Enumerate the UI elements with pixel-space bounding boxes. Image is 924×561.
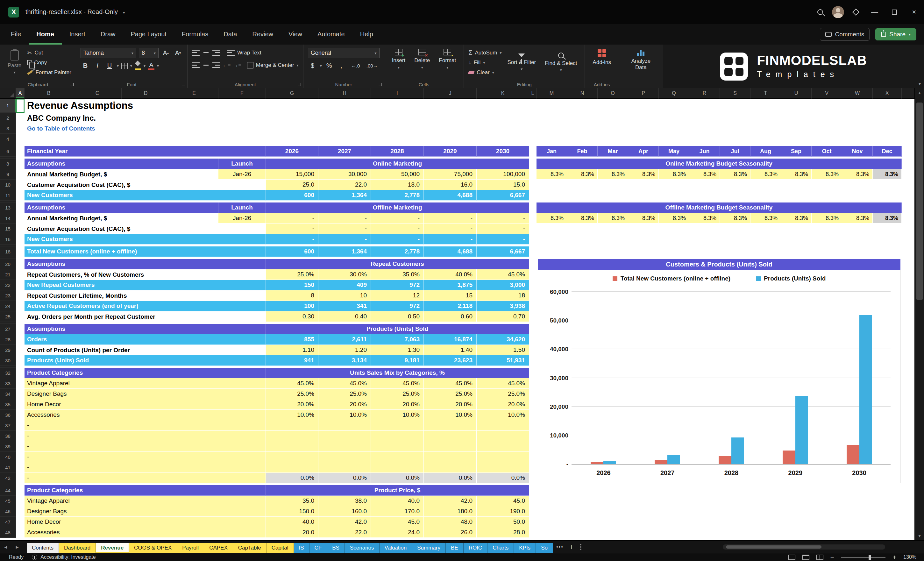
sheet-tab-summary[interactable]: Summary — [412, 543, 446, 553]
column-header-E[interactable]: E — [170, 88, 218, 99]
cell-value[interactable]: 1.50 — [477, 345, 529, 356]
cell[interactable] — [16, 334, 24, 345]
row-number[interactable]: 38 — [0, 431, 16, 441]
season-cell[interactable]: 8.3% — [567, 213, 598, 224]
cell-label[interactable]: New Customers — [24, 190, 266, 201]
format-painter-button[interactable]: Format Painter — [27, 68, 71, 77]
sheet-tab-scenarios[interactable]: Scenarios — [345, 543, 380, 553]
cell-value[interactable] — [371, 420, 424, 431]
chart-bar[interactable] — [783, 450, 795, 464]
row-number[interactable]: 2 — [0, 113, 16, 123]
month-header[interactable]: Jul — [720, 146, 750, 157]
section-title[interactable]: Repeat Customers — [266, 259, 529, 269]
section-title[interactable]: Products (Units) Sold — [266, 324, 529, 334]
cell-label[interactable]: - — [24, 473, 266, 483]
horizontal-scrollbar[interactable] — [723, 544, 885, 549]
cell-value[interactable]: 6,667 — [477, 246, 529, 257]
sheet-tab-be[interactable]: BE — [446, 543, 464, 553]
increase-indent-icon[interactable]: →≡ — [233, 62, 241, 68]
font-size-combobox[interactable]: 8 ▾ — [139, 48, 159, 58]
cell[interactable] — [16, 517, 24, 527]
cell[interactable] — [16, 169, 24, 180]
cell-value[interactable]: 150.0 — [266, 506, 318, 517]
percent-format-button[interactable]: % — [324, 61, 334, 70]
cell-value[interactable]: 2,118 — [424, 301, 477, 311]
cell-value[interactable]: 26.0 — [424, 527, 477, 538]
sheet-tab-contents[interactable]: Contents — [27, 543, 59, 553]
month-header[interactable]: Mar — [598, 146, 628, 157]
more-sheets-button[interactable]: ••• — [556, 544, 564, 550]
season-cell[interactable]: 8.3% — [537, 213, 567, 224]
sheet-tab-dashboard[interactable]: Dashboard — [59, 543, 96, 553]
cell-value[interactable] — [266, 420, 318, 431]
cell[interactable] — [16, 378, 24, 389]
cell-value[interactable]: - — [318, 224, 371, 234]
row-number[interactable]: 21 — [0, 269, 16, 280]
column-header-C[interactable]: C — [73, 88, 122, 99]
toc-link[interactable]: Go to Table of Contents — [24, 123, 915, 134]
decrease-decimal-button[interactable]: .00→ — [365, 61, 379, 70]
cell-value[interactable]: 2,778 — [371, 246, 424, 257]
launch-header[interactable]: Launch — [218, 202, 266, 213]
season-cell[interactable]: 8.3% — [781, 213, 812, 224]
vertical-scroll-thumb[interactable] — [916, 102, 923, 300]
cell-value[interactable]: 45.0 — [371, 517, 424, 527]
sheet-tab-so[interactable]: So — [536, 543, 553, 553]
section-header[interactable]: Product Categories — [24, 368, 266, 378]
embedded-chart[interactable]: Customers & Products (Units) SoldTotal N… — [538, 259, 900, 483]
month-header[interactable]: Apr — [628, 146, 659, 157]
cell-label[interactable]: Orders — [24, 334, 266, 345]
cell[interactable] — [16, 420, 24, 431]
cell-label[interactable]: Active Repeat Customers (end of year) — [24, 301, 266, 311]
cell-value[interactable]: 1,875 — [424, 280, 477, 290]
season-cell[interactable]: 8.3% — [720, 213, 750, 224]
season-cell[interactable]: 8.3% — [628, 213, 659, 224]
cell-value[interactable]: 10.0% — [266, 410, 318, 420]
column-header-D[interactable]: D — [122, 88, 170, 99]
cell-value[interactable]: - — [477, 234, 529, 244]
month-header[interactable]: Jan — [537, 146, 567, 157]
menu-tab-formulas[interactable]: Formulas — [174, 24, 216, 45]
cell[interactable] — [16, 123, 24, 134]
cell-value[interactable]: 40.0 — [371, 496, 424, 506]
cell-value[interactable]: 34,620 — [477, 334, 529, 345]
row-number[interactable]: 29 — [0, 345, 16, 356]
cell-value[interactable]: 25.0% — [477, 389, 529, 399]
section-header[interactable]: Assumptions — [24, 159, 218, 169]
cell-value[interactable]: 45.0% — [266, 378, 318, 389]
cell-label[interactable]: - — [24, 441, 266, 452]
column-header-S[interactable]: S — [720, 88, 750, 99]
column-header-V[interactable]: V — [812, 88, 842, 99]
cell-value[interactable]: 35.0% — [371, 269, 424, 280]
section-header[interactable]: Assumptions — [24, 324, 266, 334]
season-cell[interactable]: 8.3% — [659, 169, 689, 180]
cell[interactable] — [16, 99, 24, 113]
cell-label[interactable]: Vintage Apparel — [24, 496, 266, 506]
cell-value[interactable]: 9,181 — [371, 356, 424, 366]
cell-value[interactable] — [477, 452, 529, 462]
format-cells-button[interactable]: ▪ Format ▾ — [436, 48, 459, 71]
align-center-icon[interactable] — [202, 64, 210, 66]
cell-value[interactable]: 45.0% — [477, 378, 529, 389]
cell-label[interactable]: Avg. Orders per Month per Repeat Custome… — [24, 311, 266, 322]
row-number[interactable]: 20 — [0, 259, 16, 269]
chart-bar[interactable] — [668, 455, 680, 464]
cell-value[interactable]: 16.0 — [424, 180, 477, 190]
cell[interactable] — [16, 234, 24, 244]
cell-label[interactable]: Designer Bags — [24, 389, 266, 399]
column-header-P[interactable]: P — [628, 88, 659, 99]
cell-value[interactable] — [371, 431, 424, 441]
season-title[interactable]: Online Marketing Budget Seasonality — [537, 159, 902, 169]
season-cell[interactable]: 8.3% — [598, 213, 628, 224]
cell-value[interactable]: 30.0% — [318, 269, 371, 280]
season-cell[interactable]: 8.3% — [873, 169, 902, 180]
cell-value[interactable]: 100 — [266, 301, 318, 311]
cell-value[interactable]: 3,938 — [477, 301, 529, 311]
cell-value[interactable] — [477, 441, 529, 452]
year-header[interactable]: 2029 — [424, 146, 477, 157]
row-number[interactable]: 33 — [0, 378, 16, 389]
menu-tab-home[interactable]: Home — [28, 24, 62, 45]
sheet-tab-payroll[interactable]: Payroll — [177, 543, 204, 553]
cell-value[interactable] — [318, 462, 371, 473]
menu-tab-review[interactable]: Review — [244, 24, 281, 45]
